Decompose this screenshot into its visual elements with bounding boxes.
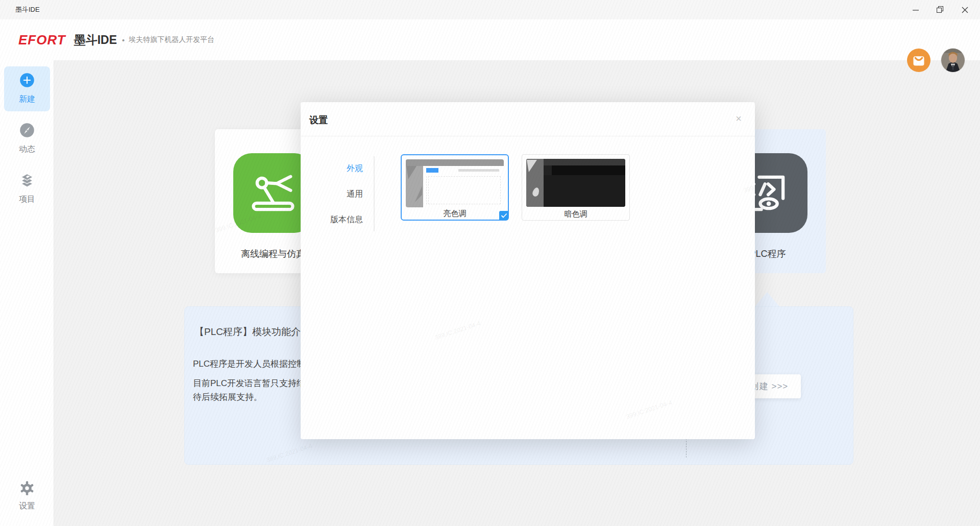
tab-general[interactable]: 通用 (301, 181, 363, 207)
maximize-button[interactable] (928, 0, 952, 19)
restore-icon (937, 6, 944, 13)
plus-icon (19, 73, 35, 88)
titlebar: 墨斗IDE (0, 0, 980, 19)
info-title: 【PLC程序】模块功能介绍 (194, 325, 310, 339)
store-button[interactable] (907, 49, 930, 72)
tagline: 埃夫特旗下机器人开发平台 (129, 35, 214, 44)
modal-header: 设置 × (301, 102, 755, 136)
compass-icon (19, 123, 35, 138)
app-name: 墨斗IDE (74, 32, 117, 48)
close-button[interactable] (952, 0, 977, 19)
tabs-divider (374, 156, 375, 231)
settings-tabs: 外观 通用 版本信息 (301, 156, 363, 232)
sidebar-item-label: 动态 (4, 144, 50, 155)
avatar-photo-icon (941, 49, 965, 72)
modal-close-icon[interactable]: × (736, 113, 742, 124)
app-header: EFORT 墨斗IDE • 埃夫特旗下机器人开发平台 (0, 19, 980, 60)
sidebar-item-projects[interactable]: 项目 (4, 166, 50, 211)
sidebar-item-label: 设置 (4, 501, 50, 512)
efort-logo: EFORT (18, 32, 66, 48)
dark-theme-thumbnail (526, 159, 625, 207)
user-avatar[interactable] (941, 49, 965, 72)
brand: EFORT 墨斗IDE • 埃夫特旗下机器人开发平台 (18, 19, 214, 60)
gear-icon (19, 481, 35, 496)
sidebar-item-label: 新建 (4, 94, 50, 105)
info-paragraph: 目前PLC开发语言暂只支持结 待后续拓展支持。 (193, 376, 305, 404)
window-title: 墨斗IDE (15, 0, 40, 19)
sidebar-item-settings[interactable]: 设置 (4, 481, 50, 512)
theme-label: 暗色调 (522, 209, 629, 219)
modal-title: 设置 (309, 114, 328, 126)
selected-check-badge (499, 211, 508, 220)
theme-option-dark[interactable]: 暗色调 (522, 154, 630, 221)
layers-icon (19, 173, 35, 188)
settings-modal: 设置 × 外观 通用 版本信息 亮色调 (301, 102, 755, 439)
tab-appearance[interactable]: 外观 (301, 156, 363, 181)
bag-icon (907, 49, 930, 72)
sidebar-item-activity[interactable]: 动态 (4, 116, 50, 161)
info-paragraph: PLC程序是开发人员根据控制 (193, 357, 305, 371)
tab-version-info[interactable]: 版本信息 (301, 207, 363, 232)
minimize-icon (913, 7, 919, 13)
theme-label: 亮色调 (402, 209, 508, 219)
info-bubble-pointer (754, 292, 780, 307)
window-controls (903, 0, 977, 19)
check-icon (501, 213, 507, 218)
theme-option-light[interactable]: 亮色调 (401, 154, 509, 221)
app-window: 墨斗IDE EFORT 墨斗IDE • (0, 0, 980, 526)
sidebar-item-label: 项目 (4, 194, 50, 205)
sidebar-item-new[interactable]: 新建 (4, 66, 50, 111)
sidebar: 新建 动态 项目 (0, 60, 54, 526)
light-theme-thumbnail (406, 159, 504, 207)
close-icon (962, 7, 968, 13)
minimize-button[interactable] (903, 0, 928, 19)
brand-separator: • (122, 36, 125, 44)
